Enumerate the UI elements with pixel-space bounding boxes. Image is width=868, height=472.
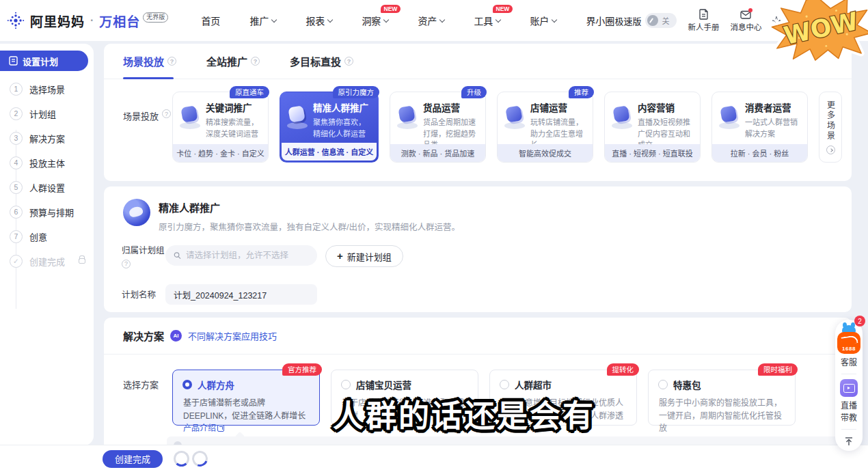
step-label: 预算与排期 bbox=[29, 206, 74, 219]
radio-selected[interactable] bbox=[182, 380, 192, 389]
brand-logo[interactable]: 阿里妈妈 · 万相台 无界版 bbox=[0, 12, 168, 30]
sidebar-step-plan-group[interactable]: 2计划组 bbox=[0, 101, 94, 126]
product-intro-link[interactable]: 产品介绍 bbox=[183, 424, 224, 433]
plan-description: 原引力魔方，聚焦猜你喜欢流量，独有自定义人群/出价，实现精细化人群运营。 bbox=[159, 220, 460, 233]
scene-select-card: 场景投放? 全站推广? 多目标直投? 场景投放? 原直通车 关键词推广 精准搜索… bbox=[104, 44, 852, 181]
scene-card-goods[interactable]: 升级 货品运营 货品全周期加速打爆，挖掘趋势品类 测款 · 新品 · 货品加速 bbox=[390, 92, 486, 163]
step-number: 2 bbox=[10, 107, 23, 120]
help-icon[interactable]: ? bbox=[162, 109, 171, 118]
step-label: 计划组 bbox=[29, 107, 56, 120]
solution-cards-row: 选择方案 官方推荐 人群方舟 基于店铺潜新老或品牌DEEPLINK，促进全链路人… bbox=[104, 355, 852, 426]
sidebar-step-creative[interactable]: 7创意 bbox=[0, 224, 94, 249]
help-icon[interactable]: ? bbox=[251, 57, 260, 66]
newbie-manual-button[interactable]: 新人手册 bbox=[688, 9, 719, 32]
solution-card-special-offer[interactable]: 限时福利 特惠包 服务于中小商家的智能投放工具，一键开启，周期内智能优化托管投放 bbox=[648, 370, 796, 426]
help-icon[interactable]: ? bbox=[167, 57, 176, 66]
scene-card-shop[interactable]: 推荐 店铺运营 玩转店铺流量，助力全店生意增长 智能高效促成交 bbox=[497, 92, 593, 163]
sidebar-step-audience[interactable]: 5人群设置 bbox=[0, 175, 94, 199]
nav-item-jiexiaoquan[interactable]: 界小圈 bbox=[586, 14, 614, 27]
plan-name-input[interactable] bbox=[165, 284, 317, 305]
step-label: 创意 bbox=[29, 230, 47, 243]
new-badge: NEW bbox=[381, 5, 401, 13]
toggle-state-label: 关 bbox=[662, 15, 669, 26]
help-icon[interactable]: ? bbox=[344, 57, 353, 66]
external-link-icon bbox=[217, 425, 224, 432]
divider bbox=[841, 429, 856, 430]
step-label: 人群设置 bbox=[29, 181, 65, 194]
sidebar-item-setup-plan[interactable]: 设置计划 bbox=[0, 51, 88, 71]
sidebar-step-budget[interactable]: 6预算与排期 bbox=[0, 199, 94, 224]
plan-group-row: 归属计划组 ? + 新建计划组 bbox=[122, 245, 852, 269]
scene-footer: 卡位 · 趋势 · 金卡 · 自定义 bbox=[173, 144, 268, 162]
help-icon[interactable]: ? bbox=[122, 260, 131, 268]
nav-item-home[interactable]: 首页 bbox=[201, 14, 220, 27]
solution-desc: 基于生意增长目标挖掘行业优质人群，扩大人群拿量，提升人群渗透 bbox=[500, 397, 627, 422]
scene-desc: 聚焦猜你喜欢，精细化人群运营 bbox=[313, 117, 372, 139]
step-number: 7 bbox=[10, 230, 23, 243]
more-scenes-label: 更多场景 bbox=[825, 100, 837, 141]
scene-badge: 原直通车 bbox=[230, 86, 269, 98]
nav-item-account[interactable]: 账户 bbox=[530, 14, 556, 27]
ai-icon: AI bbox=[170, 330, 182, 342]
brand-edition-badge: 无界版 bbox=[143, 12, 168, 23]
unread-dot bbox=[748, 8, 752, 12]
sidebar-step-scene[interactable]: 1选择场景 bbox=[0, 77, 94, 101]
nav-item-assets[interactable]: 资产 bbox=[418, 14, 444, 27]
scene-row-label: 场景投放? bbox=[123, 109, 161, 163]
scene-card-content[interactable]: 内容营销 直播及短视频推广促内容互动和成交 直播 · 短视频 · 短直联投 bbox=[604, 92, 701, 163]
floating-help-panel: 2 1688 客服 直播带教 bbox=[835, 320, 863, 451]
live-teaching-button[interactable]: 直播带教 bbox=[841, 400, 857, 424]
solution-card-audience-market[interactable]: 提转化 人群超市 基于生意增长目标挖掘行业优质人群，扩大人群拿量，提升人群渗透 bbox=[489, 370, 637, 426]
plan-group-select[interactable] bbox=[165, 245, 317, 266]
tab-sitewide[interactable]: 全站推广? bbox=[206, 44, 260, 79]
step-label: 选择场景 bbox=[29, 83, 65, 96]
radio-unselected[interactable] bbox=[658, 380, 668, 389]
chevron-down-icon bbox=[496, 16, 501, 22]
plan-info-card: 精准人群推广 原引力魔方，聚焦猜你喜欢流量，独有自定义人群/出价，实现精细化人群… bbox=[104, 186, 852, 312]
scene-footer: 人群运营 · 信息流 · 自定义 bbox=[282, 143, 377, 161]
chevron-down-icon bbox=[552, 16, 557, 22]
sidebar-active-label: 设置计划 bbox=[23, 55, 58, 68]
conversion-badge: 提转化 bbox=[607, 363, 640, 376]
chevron-down-icon bbox=[327, 16, 333, 22]
keyword-scene-icon bbox=[177, 105, 203, 130]
solution-tips-link[interactable]: 不同解决方案应用技巧 bbox=[188, 329, 277, 342]
scene-card-audience[interactable]: 原引力魔方 精准人群推广 聚焦猜你喜欢，精细化人群运营 人群运营 · 信息流 ·… bbox=[280, 92, 379, 163]
new-plan-group-button[interactable]: + 新建计划组 bbox=[325, 245, 403, 267]
tab-multi-target[interactable]: 多目标直投? bbox=[290, 44, 353, 79]
create-complete-button[interactable]: 创建完成 bbox=[103, 450, 163, 468]
solution-card-audience-ark[interactable]: 官方推荐 人群方舟 基于店铺潜新老或品牌DEEPLINK，促进全链路人群增长产品… bbox=[172, 370, 320, 426]
scene-desc: 一站式人群营销解决方案 bbox=[745, 117, 802, 139]
solution-card-shop-item[interactable]: 店铺宝贝运营 基于店铺宝贝特征，精准匹配兴趣人群 bbox=[331, 370, 478, 426]
radio-unselected[interactable] bbox=[500, 380, 509, 389]
scene-card-consumer[interactable]: 消费者运营 一站式人群营销解决方案 拉新 · 会员 · 粉丝 bbox=[711, 92, 808, 163]
step-list: 1选择场景 2计划组 3解决方案 4投放主体 5人群设置 6预算与排期 7创意 … bbox=[0, 77, 94, 273]
nav-item-tools[interactable]: 工具NEW bbox=[474, 14, 500, 27]
scene-title: 内容营销 bbox=[638, 100, 694, 114]
tab-scene-delivery[interactable]: 场景投放? bbox=[123, 44, 176, 79]
back-to-top-button[interactable] bbox=[843, 436, 854, 447]
message-center-button[interactable]: 消息中心 bbox=[730, 10, 761, 32]
more-scenes-button[interactable]: 更多场景 bbox=[819, 92, 842, 163]
plan-group-input[interactable] bbox=[186, 251, 309, 260]
nav-item-insights[interactable]: 洞察NEW bbox=[362, 14, 388, 27]
live-teaching-icon[interactable] bbox=[840, 379, 858, 397]
brand-company: 阿里妈妈 bbox=[30, 12, 85, 30]
step-number: 3 bbox=[10, 132, 23, 145]
sidebar-step-solution[interactable]: 3解决方案 bbox=[0, 126, 94, 150]
sidebar-step-target[interactable]: 4投放主体 bbox=[0, 150, 94, 175]
speed-version-toggle[interactable]: 关 bbox=[645, 13, 677, 28]
official-recommend-badge: 官方推荐 bbox=[282, 363, 322, 376]
goods-scene-icon bbox=[394, 105, 420, 130]
audience-scene-icon bbox=[284, 105, 310, 130]
speed-version: 极速版 关 bbox=[614, 13, 677, 28]
scene-badge: 原引力魔方 bbox=[333, 86, 380, 98]
customer-service-button[interactable]: 客服 bbox=[841, 357, 857, 369]
scene-card-keyword[interactable]: 原直通车 关键词推广 精准搜索流量，深度关键词运营 卡位 · 趋势 · 金卡 ·… bbox=[172, 92, 269, 163]
solution-header: 解决方案 AI 不同解决方案应用技巧 bbox=[104, 318, 852, 355]
audience-promo-icon bbox=[123, 199, 150, 226]
nav-item-reports[interactable]: 报表 bbox=[306, 14, 332, 27]
nav-item-promotion[interactable]: 推广 bbox=[249, 14, 276, 27]
logo-1688-icon[interactable]: 1688 bbox=[837, 332, 860, 354]
radio-unselected[interactable] bbox=[341, 380, 351, 389]
